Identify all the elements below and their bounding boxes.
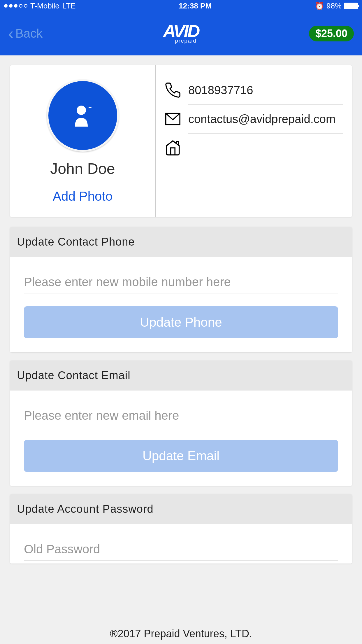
- status-right: ⏰ 98%: [315, 1, 358, 10]
- balance-badge[interactable]: $25.00: [309, 26, 354, 41]
- chevron-left-icon: ‹: [8, 25, 14, 42]
- update-phone-button[interactable]: Update Phone: [24, 306, 338, 338]
- update-email-section: Update Contact Email Update Email: [10, 360, 352, 486]
- address-row: [164, 134, 343, 162]
- phone-value: 8018937716: [188, 84, 253, 97]
- profile-left: + John Doe Add Photo: [10, 65, 156, 217]
- network-label: LTE: [62, 1, 76, 10]
- signal-icon: [4, 4, 27, 8]
- svg-point-0: [77, 106, 86, 115]
- footer: ®2017 Prepaid Ventures, LTD.: [0, 624, 362, 644]
- logo: AVID prepaid: [163, 23, 199, 44]
- old-password-input[interactable]: [24, 538, 338, 561]
- email-icon: [164, 111, 181, 127]
- profile-right: 8018937716 contactus@avidprepaid.com: [156, 65, 352, 217]
- phone-icon: [164, 82, 181, 99]
- email-input[interactable]: [24, 405, 338, 427]
- carrier-label: T-Mobile: [30, 1, 59, 10]
- svg-text:+: +: [88, 104, 92, 111]
- nav-bar: ‹ Back AVID prepaid $25.00: [0, 12, 362, 55]
- person-icon: +: [73, 104, 93, 127]
- avatar[interactable]: +: [47, 79, 119, 152]
- section-header-password: Update Account Password: [10, 494, 352, 524]
- battery-label: 98%: [326, 1, 342, 10]
- section-header-phone: Update Contact Phone: [10, 227, 352, 257]
- battery-icon: [344, 3, 358, 9]
- alarm-icon: ⏰: [315, 1, 324, 10]
- back-button[interactable]: ‹ Back: [8, 25, 43, 42]
- time-label: 12:38 PM: [179, 1, 212, 10]
- home-icon: [164, 139, 181, 156]
- profile-card: + John Doe Add Photo 8018937716 contactu…: [10, 65, 352, 217]
- status-bar: T-Mobile LTE 12:38 PM ⏰ 98%: [0, 0, 362, 12]
- status-left: T-Mobile LTE: [4, 1, 75, 10]
- update-email-button[interactable]: Update Email: [24, 440, 338, 472]
- phone-input[interactable]: [24, 271, 338, 293]
- content: + John Doe Add Photo 8018937716 contactu…: [0, 65, 362, 564]
- profile-name: John Doe: [50, 160, 115, 177]
- back-label: Back: [15, 27, 43, 41]
- phone-row: 8018937716: [164, 76, 343, 104]
- email-value: contactus@avidprepaid.com: [188, 113, 335, 126]
- update-password-section: Update Account Password: [10, 494, 352, 564]
- update-phone-section: Update Contact Phone Update Phone: [10, 227, 352, 352]
- logo-text: AVID: [163, 23, 199, 39]
- email-row: contactus@avidprepaid.com: [164, 105, 343, 133]
- section-header-email: Update Contact Email: [10, 360, 352, 391]
- add-photo-button[interactable]: Add Photo: [53, 189, 113, 204]
